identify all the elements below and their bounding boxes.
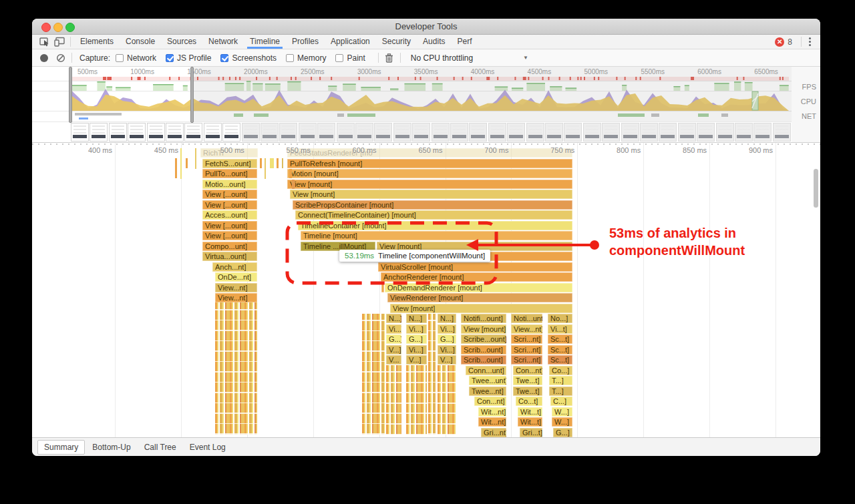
cpu-throttling-select[interactable]: No CPU throttling ▼ — [411, 53, 528, 63]
flame-bar[interactable]: Scri...nt] — [511, 355, 542, 364]
flame-bar[interactable]: C...] — [550, 397, 572, 406]
screenshot-thumbnail[interactable] — [261, 123, 279, 142]
devtools-tab[interactable]: Timeline — [244, 35, 286, 49]
flame-bar[interactable]: View...nt] — [215, 283, 257, 292]
record-icon[interactable] — [40, 54, 48, 62]
flame-bar[interactable]: Motion [mount] — [287, 169, 572, 178]
flame-bar[interactable]: Con...nt] — [513, 366, 542, 375]
flame-bar[interactable]: N...] — [386, 314, 401, 323]
flame-bar[interactable]: FetchS...ount] — [202, 159, 257, 168]
screenshot-thumbnail[interactable] — [678, 123, 696, 142]
flame-bar[interactable]: Twe...t] — [513, 387, 542, 396]
devtools-tab[interactable]: Profiles — [286, 35, 325, 49]
flame-bar[interactable]: Twee...nt] — [469, 387, 506, 396]
flame-bar[interactable]: View...nt] — [511, 324, 542, 334]
flame-bar[interactable]: AnchorRenderer [mount] — [381, 272, 572, 282]
flame-bar[interactable]: V...] — [406, 355, 427, 364]
close-button[interactable] — [41, 23, 51, 32]
flame-bar[interactable]: N...] — [438, 314, 456, 323]
devtools-tab[interactable]: Perf — [451, 35, 478, 49]
flame-bar[interactable]: T...] — [549, 387, 572, 396]
screenshot-thumbnail[interactable] — [450, 123, 468, 142]
devtools-tab[interactable]: Network — [202, 35, 244, 49]
error-count[interactable]: 8 — [788, 37, 792, 47]
bottom-tab[interactable]: Call Tree — [138, 441, 182, 454]
flame-bar[interactable]: Gri...t] — [520, 428, 542, 437]
overview-selection-handle[interactable] — [190, 67, 194, 123]
screenshot-thumbnail[interactable] — [716, 123, 734, 142]
screenshot-thumbnail[interactable] — [299, 123, 317, 142]
screenshot-thumbnail[interactable] — [432, 123, 450, 142]
screenshot-thumbnail[interactable] — [147, 123, 165, 142]
flame-bar[interactable]: View [...ount] — [202, 231, 257, 240]
flame-bar[interactable]: Vi...] — [386, 324, 401, 334]
flame-bar[interactable]: Twe...t] — [513, 376, 542, 385]
flame-bar[interactable]: View [mount] — [390, 304, 572, 313]
flame-bar[interactable]: Wit...nt] — [478, 407, 506, 417]
error-badge-icon[interactable]: ✕ — [775, 37, 784, 47]
flame-bar[interactable]: OnDe...nt] — [215, 272, 257, 282]
flame-bar[interactable]: Scri...nt] — [511, 345, 542, 354]
bottom-tab[interactable]: Bottom-Up — [86, 441, 136, 454]
screenshot-thumbnail[interactable] — [184, 123, 202, 142]
overview-selection-handle[interactable] — [69, 67, 72, 123]
flame-bar[interactable]: Con...nt] — [474, 397, 506, 406]
flame-bar[interactable]: N...] — [406, 314, 427, 323]
devtools-tab[interactable]: Elements — [74, 35, 120, 49]
flame-bar[interactable]: TimelineContainer [mount] — [298, 221, 572, 230]
flame-bar[interactable]: V...] — [438, 355, 456, 364]
flame-bar[interactable]: Noti...unt] — [511, 314, 542, 323]
flame-bar[interactable]: Vi...] — [438, 345, 456, 354]
devtools-tab[interactable]: Application — [325, 35, 376, 49]
flame-bar[interactable]: Sc...t] — [548, 355, 572, 364]
screenshot-thumbnail[interactable] — [773, 123, 791, 142]
devtools-tab[interactable]: Sources — [161, 35, 202, 49]
flame-bar[interactable]: Wit...nt] — [478, 417, 506, 427]
flame-bar[interactable]: V...] — [386, 345, 401, 354]
capture-checkbox[interactable]: Network — [116, 53, 156, 63]
flame-bar[interactable]: V... — [386, 355, 401, 364]
flame-bar[interactable]: Notifi...ount] — [461, 314, 506, 323]
screenshot-thumbnail[interactable] — [355, 123, 373, 142]
screenshot-thumbnail[interactable] — [697, 123, 715, 142]
flame-bar[interactable]: T...] — [549, 376, 572, 385]
bottom-tab[interactable]: Event Log — [184, 441, 232, 454]
flame-bar[interactable]: Vi...] — [406, 324, 427, 334]
minimize-button[interactable] — [53, 23, 63, 32]
flame-bar[interactable]: Co...] — [549, 366, 572, 375]
flame-bar[interactable]: Vi...] — [406, 345, 427, 354]
screenshot-thumbnail[interactable] — [242, 123, 260, 142]
screenshot-thumbnail[interactable] — [222, 123, 240, 142]
screenshot-thumbnail[interactable] — [583, 123, 601, 142]
screenshot-thumbnail[interactable] — [735, 123, 753, 142]
trash-icon[interactable] — [382, 52, 397, 64]
screenshot-thumbnail[interactable] — [564, 123, 582, 142]
capture-checkbox[interactable]: Paint — [335, 53, 365, 63]
zoom-button[interactable] — [65, 23, 75, 32]
flame-bar[interactable]: Scrib...ount] — [461, 345, 506, 354]
screenshot-thumbnail[interactable] — [128, 123, 146, 142]
screenshot-thumbnail[interactable] — [659, 123, 677, 142]
screenshot-thumbnail[interactable] — [393, 123, 411, 142]
devtools-tab[interactable]: Console — [120, 35, 161, 49]
flame-bar[interactable]: ViewRenderer [mount] — [387, 293, 572, 302]
inspect-element-icon[interactable] — [37, 36, 52, 48]
flame-bar[interactable] — [381, 283, 384, 292]
flame-bar[interactable]: W...] — [552, 407, 572, 417]
clear-icon[interactable] — [53, 52, 68, 64]
flame-chart[interactable]: 400 ms450 ms500 ms550 ms600 ms650 ms700 … — [32, 143, 820, 437]
flame-bar[interactable]: View [mount] — [461, 324, 506, 334]
bottom-tab[interactable]: Summary — [37, 440, 85, 455]
kebab-menu-icon[interactable] — [805, 37, 815, 46]
flame-bar[interactable]: Motio...ount] — [202, 180, 257, 189]
screenshot-thumbnail[interactable] — [545, 123, 563, 142]
flame-bar[interactable]: Anch...nt] — [212, 262, 257, 272]
flame-bar[interactable]: Twee...unt] — [469, 376, 506, 385]
screenshot-thumbnail[interactable] — [488, 123, 506, 142]
flame-bar[interactable]: Scrib...ount] — [461, 355, 506, 364]
flame-bar[interactable]: Compo...unt] — [202, 242, 257, 251]
flame-bar[interactable]: View [...ount] — [202, 200, 257, 210]
flame-bar[interactable]: PullTo...ount] — [202, 169, 257, 178]
capture-checkbox[interactable]: JS Profile — [166, 53, 211, 63]
flame-bar[interactable]: OnDemandRenderer [mount] — [385, 283, 572, 292]
